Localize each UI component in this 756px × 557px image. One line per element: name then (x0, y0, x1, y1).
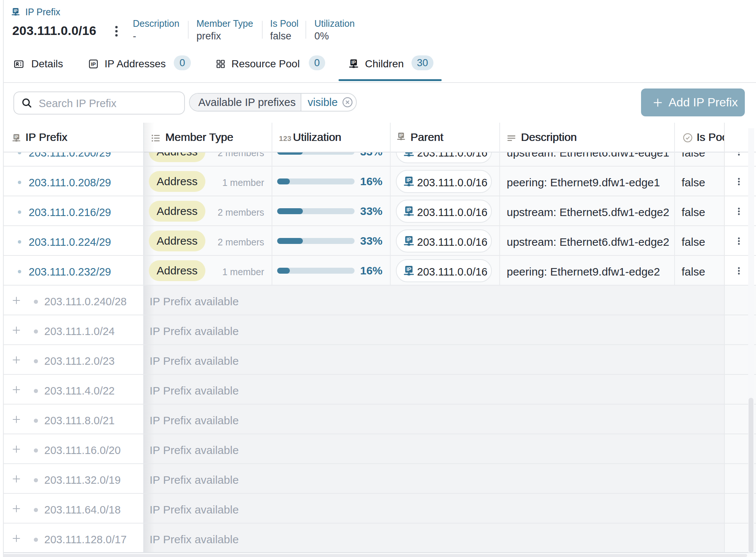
svg-text:IP: IP (406, 266, 411, 272)
svg-text:IP: IP (91, 61, 96, 67)
svg-text:IP: IP (406, 177, 411, 183)
svg-text:IP: IP (399, 133, 403, 138)
svg-text:IP: IP (406, 207, 411, 213)
svg-text:IP: IP (352, 60, 356, 65)
svg-text:IP: IP (14, 9, 17, 13)
svg-text:IP: IP (406, 236, 411, 242)
svg-text:IP: IP (15, 135, 18, 139)
